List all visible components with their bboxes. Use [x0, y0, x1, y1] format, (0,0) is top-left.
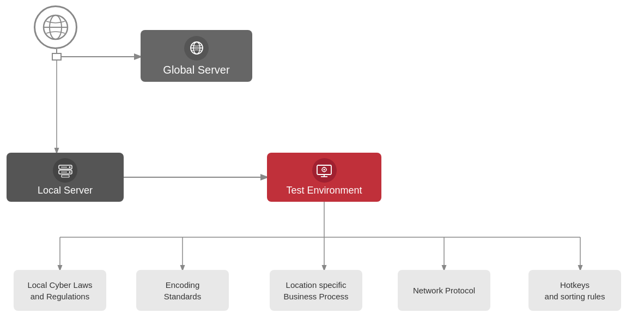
- diagram-container: Global Server Local Server: [0, 0, 644, 319]
- local-server-label: Local Server: [38, 185, 93, 196]
- svg-rect-24: [62, 175, 69, 177]
- global-server-label: Global Server: [163, 64, 229, 76]
- test-environment-label: Test Environment: [286, 185, 362, 196]
- leaf-network-protocol: Network Protocol: [398, 270, 490, 311]
- globe-icon: [34, 5, 77, 49]
- leaf-local-cyber: Local Cyber Laws and Regulations: [14, 270, 106, 311]
- leaf-hotkeys-label: Hotkeys and sorting rules: [545, 279, 605, 302]
- leaf-network-protocol-label: Network Protocol: [413, 285, 475, 296]
- global-server-box: Global Server: [141, 30, 252, 82]
- connector-box: [52, 53, 62, 61]
- local-server-icon: [53, 158, 77, 183]
- test-env-icon: [312, 158, 337, 183]
- test-environment-box: Test Environment: [267, 153, 381, 202]
- leaf-encoding-label: Encoding Standards: [164, 279, 201, 302]
- leaf-business-process-label: Location specific Business Process: [283, 279, 348, 302]
- svg-point-21: [69, 171, 70, 173]
- leaf-hotkeys: Hotkeys and sorting rules: [528, 270, 621, 311]
- leaf-encoding: Encoding Standards: [136, 270, 229, 311]
- svg-point-29: [324, 168, 325, 170]
- global-server-icon: [184, 36, 209, 61]
- local-server-box: Local Server: [7, 153, 124, 202]
- leaf-local-cyber-label: Local Cyber Laws and Regulations: [27, 279, 92, 302]
- leaf-business-process: Location specific Business Process: [270, 270, 362, 311]
- svg-point-20: [69, 166, 70, 168]
